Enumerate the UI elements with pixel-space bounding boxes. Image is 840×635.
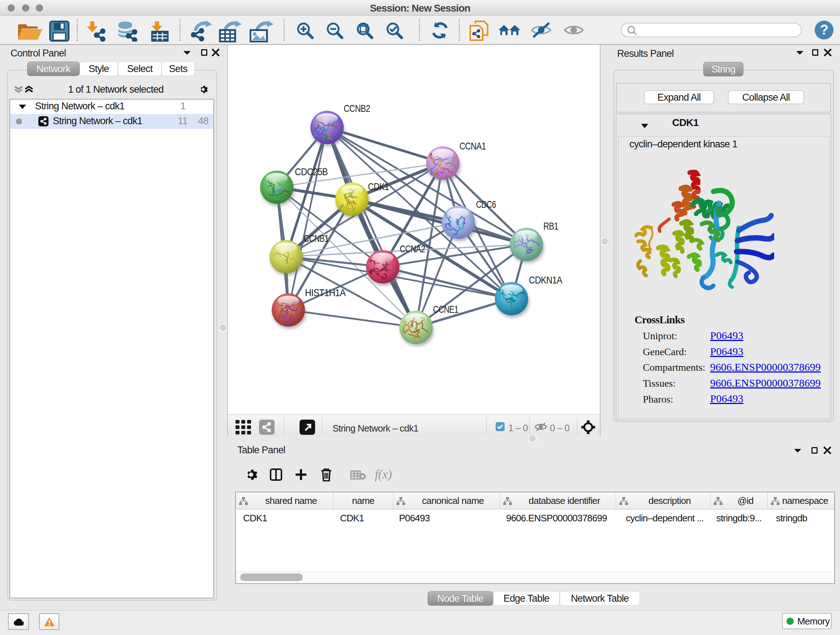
- svg-text:CDKN1A: CDKN1A: [529, 274, 562, 286]
- svg-text:CCNA1: CCNA1: [459, 141, 486, 152]
- svg-text:HIST1H1A: HIST1H1A: [305, 287, 346, 298]
- svg-text:CDK1: CDK1: [368, 181, 389, 192]
- svg-text:CCNA2: CCNA2: [400, 243, 425, 255]
- svg-text:RB1: RB1: [543, 220, 558, 232]
- svg-text:CDC6: CDC6: [476, 199, 496, 210]
- svg-text:CDC25B: CDC25B: [295, 166, 328, 177]
- svg-text:CCNB1: CCNB1: [304, 233, 328, 244]
- svg-text:CCNB2: CCNB2: [344, 103, 370, 114]
- svg-text:CCNE1: CCNE1: [433, 304, 458, 315]
